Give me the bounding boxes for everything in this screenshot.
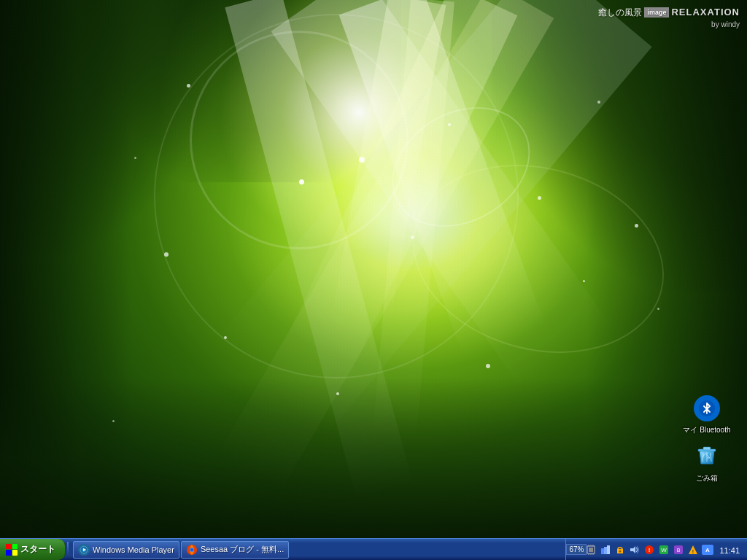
- security-tray-icon[interactable]: [614, 544, 626, 556]
- ime-tray-icon[interactable]: A: [702, 544, 713, 556]
- network-tray-icon[interactable]: [600, 544, 611, 556]
- svg-text:W: W: [662, 547, 667, 553]
- security-icon: [616, 545, 624, 555]
- recycle-bin-icon-image: [692, 442, 721, 471]
- svg-rect-22: [607, 545, 610, 554]
- clock-time: 11:41: [716, 545, 743, 556]
- tray-icon-2[interactable]: W: [658, 544, 670, 556]
- cpu-tray-icon[interactable]: [585, 544, 597, 556]
- svg-text:A: A: [706, 547, 711, 553]
- svg-text:B: B: [677, 548, 681, 553]
- svg-rect-20: [601, 548, 604, 554]
- desktop-icons-area: マイ Bluetooth: [681, 0, 732, 483]
- svg-point-11: [190, 548, 193, 551]
- windows-logo-icon: [6, 544, 18, 556]
- bluetooth-icon-label: マイ Bluetooth: [683, 426, 730, 435]
- recycle-bin-desktop-icon[interactable]: ごみ箱: [681, 442, 732, 483]
- bluetooth-icon-image: [692, 394, 721, 423]
- battery-percent-text: 67%: [566, 544, 587, 555]
- svg-text:!: !: [649, 547, 651, 553]
- media-player-taskbar-icon: [78, 544, 90, 556]
- ime-icon: A: [702, 545, 713, 555]
- tray-icon-3-svg: B: [673, 545, 684, 555]
- tray-icon-4-svg: !: [688, 545, 698, 555]
- taskbar-items: Windows Media Player Seesaa ブログ - 無料...: [70, 539, 565, 560]
- volume-tray-icon[interactable]: [629, 544, 640, 556]
- system-tray: 67%: [565, 539, 747, 560]
- bluetooth-desktop-icon[interactable]: マイ Bluetooth: [681, 394, 732, 435]
- volume-icon: [630, 545, 640, 554]
- svg-rect-2: [703, 447, 711, 450]
- tray-app-icon: W: [659, 545, 669, 555]
- network-icon: [600, 545, 611, 555]
- taskbar-separator: [67, 542, 69, 558]
- taskbar: スタート Windows Media Player: [0, 538, 747, 560]
- svg-rect-13: [589, 548, 593, 552]
- tray-icon-4[interactable]: !: [687, 544, 699, 556]
- tray-icon-1[interactable]: !: [643, 544, 655, 556]
- watermark-image-label: image: [644, 7, 669, 18]
- cpu-icon: [586, 545, 596, 555]
- antivirus-icon: !: [644, 545, 654, 555]
- bluetooth-icon: [694, 395, 720, 421]
- svg-point-23: [619, 550, 622, 552]
- start-button[interactable]: スタート: [0, 539, 66, 560]
- tray-icon-3[interactable]: B: [673, 544, 684, 556]
- taskbar-item-browser[interactable]: Seesaa ブログ - 無料...: [181, 541, 289, 559]
- watermark-japanese: 癒しの風景: [598, 7, 642, 19]
- recycle-bin-icon: [694, 443, 720, 470]
- media-player-taskbar-label: Windows Media Player: [93, 545, 174, 554]
- browser-taskbar-label: Seesaa ブログ - 無料...: [201, 544, 284, 555]
- start-label: スタート: [20, 543, 55, 556]
- recycle-bin-icon-label: ごみ箱: [696, 474, 718, 483]
- svg-text:!: !: [692, 549, 694, 554]
- taskbar-item-media-player[interactable]: Windows Media Player: [73, 541, 179, 559]
- battery-percent-indicator[interactable]: 67%: [570, 544, 582, 556]
- svg-marker-24: [630, 546, 635, 553]
- desktop: 癒しの風景 image RELAXATION by windy マイ Bluet…: [0, 0, 747, 560]
- browser-taskbar-icon: [186, 544, 198, 556]
- clock-display[interactable]: 11:41: [716, 543, 743, 556]
- svg-rect-21: [604, 547, 607, 554]
